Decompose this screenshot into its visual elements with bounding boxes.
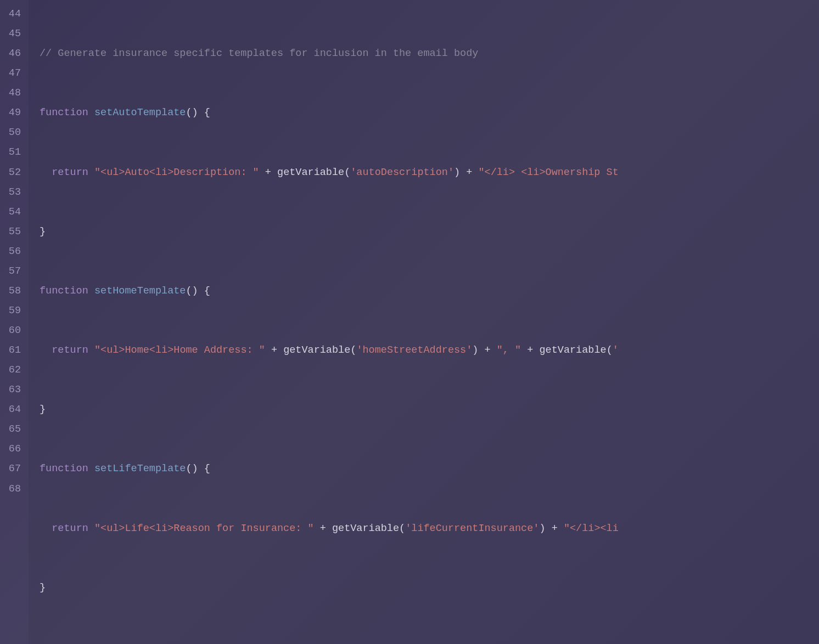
operator: + xyxy=(265,167,271,178)
operator: + xyxy=(271,344,277,356)
parens: ) xyxy=(472,344,478,356)
string-literal: 'autoDescription' xyxy=(350,167,454,178)
comment-text: // Generate insurance specific templates… xyxy=(40,48,478,59)
code-line[interactable]: // Generate insurance specific templates… xyxy=(40,44,819,64)
parens: ( xyxy=(344,167,350,178)
keyword: return xyxy=(52,344,88,356)
function-call: getVariable xyxy=(277,167,344,178)
line-number: 49 xyxy=(0,103,21,123)
line-number: 46 xyxy=(0,44,21,64)
code-line[interactable]: return "<ul>Life<li>Reason for Insurance… xyxy=(40,519,819,539)
line-number: 58 xyxy=(0,281,21,301)
line-number: 51 xyxy=(0,143,21,162)
brace: { xyxy=(204,463,210,474)
code-content[interactable]: // Generate insurance specific templates… xyxy=(29,0,819,644)
line-number: 67 xyxy=(0,459,21,479)
operator: + xyxy=(466,167,472,178)
line-number: 64 xyxy=(0,400,21,420)
code-line[interactable]: return "<ul>Home<li>Home Address: " + ge… xyxy=(40,341,819,360)
function-call: getVariable xyxy=(283,344,350,356)
string-literal: ", " xyxy=(497,344,521,356)
string-literal: "<ul>Life<li>Reason for Insurance: " xyxy=(94,523,314,534)
code-line[interactable]: } xyxy=(40,222,819,242)
line-number: 56 xyxy=(0,242,21,262)
keyword: function xyxy=(40,463,88,474)
code-editor[interactable]: 44 45 46 47 48 49 50 51 52 53 54 55 56 5… xyxy=(0,0,819,644)
line-number: 61 xyxy=(0,341,21,360)
code-line[interactable]: function setHomeTemplate() { xyxy=(40,281,819,301)
code-line[interactable]: function setLifeTemplate() { xyxy=(40,459,819,479)
line-number: 55 xyxy=(0,222,21,242)
parens: ) xyxy=(454,167,460,178)
parens: ( xyxy=(350,344,356,356)
operator: + xyxy=(485,344,491,356)
parens: () xyxy=(186,107,198,118)
line-number: 66 xyxy=(0,439,21,459)
line-number: 62 xyxy=(0,360,21,380)
line-number: 48 xyxy=(0,83,21,103)
parens: ) xyxy=(539,523,545,534)
line-number: 65 xyxy=(0,420,21,439)
code-line[interactable]: return "<ul>Auto<li>Description: " + get… xyxy=(40,163,819,183)
parens: ( xyxy=(607,344,613,356)
string-literal: "<ul>Auto<li>Description: " xyxy=(94,167,259,178)
function-name: setLifeTemplate xyxy=(94,463,186,474)
line-number: 50 xyxy=(0,123,21,143)
operator: + xyxy=(320,523,326,534)
line-number: 68 xyxy=(0,479,21,499)
line-number: 45 xyxy=(0,24,21,44)
code-line[interactable]: function setAutoTemplate() { xyxy=(40,103,819,123)
line-number: 63 xyxy=(0,380,21,400)
string-literal: "</li> <li>Ownership St xyxy=(478,167,618,178)
line-number: 59 xyxy=(0,301,21,321)
string-literal: 'lifeCurrentInsurance' xyxy=(405,523,539,534)
operator: + xyxy=(527,344,533,356)
function-call: getVariable xyxy=(332,523,399,534)
function-call: getVariable xyxy=(540,344,607,356)
string-literal: ' xyxy=(613,344,619,356)
line-number: 54 xyxy=(0,202,21,222)
keyword: function xyxy=(40,285,88,297)
code-line[interactable] xyxy=(40,637,819,644)
function-name: setHomeTemplate xyxy=(94,285,186,297)
line-number-gutter: 44 45 46 47 48 49 50 51 52 53 54 55 56 5… xyxy=(0,0,29,644)
line-number: 60 xyxy=(0,321,21,341)
brace: { xyxy=(204,285,210,297)
parens: () xyxy=(186,285,198,297)
brace: } xyxy=(40,226,46,238)
line-number: 47 xyxy=(0,64,21,83)
string-literal: 'homeStreetAddress' xyxy=(356,344,472,356)
code-line[interactable]: } xyxy=(40,400,819,420)
brace: { xyxy=(204,107,210,118)
code-line[interactable]: } xyxy=(40,578,819,598)
brace: } xyxy=(40,582,46,594)
keyword: return xyxy=(52,523,88,534)
string-literal: "</li><li xyxy=(564,523,619,534)
line-number: 57 xyxy=(0,262,21,281)
function-name: setAutoTemplate xyxy=(94,107,186,118)
keyword: return xyxy=(52,167,88,178)
string-literal: "<ul>Home<li>Home Address: " xyxy=(94,344,265,356)
line-number: 53 xyxy=(0,183,21,202)
parens: ( xyxy=(399,523,405,534)
line-number: 44 xyxy=(0,4,21,24)
brace: } xyxy=(40,404,46,415)
line-number: 52 xyxy=(0,163,21,183)
keyword: function xyxy=(40,107,88,118)
operator: + xyxy=(552,523,558,534)
parens: () xyxy=(186,463,198,474)
